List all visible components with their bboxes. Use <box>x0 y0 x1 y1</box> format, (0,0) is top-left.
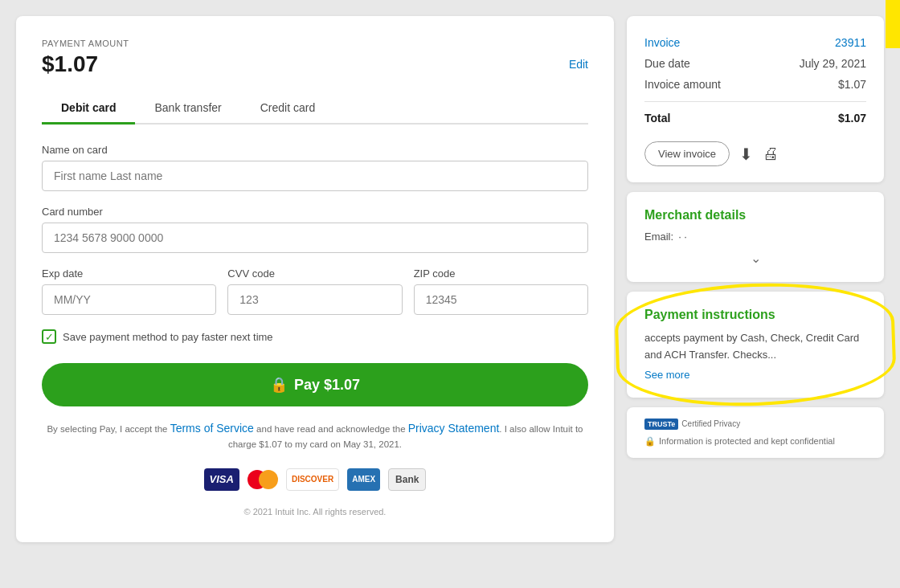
total-value: $1.07 <box>838 112 866 125</box>
invoice-number: 23911 <box>835 36 866 49</box>
checkmark-icon: ✓ <box>45 332 54 342</box>
payment-amount-value: $1.07 <box>42 51 98 77</box>
card-number-label: Card number <box>42 206 588 218</box>
truste-badge: TRUSTe Certified Privacy <box>644 419 740 430</box>
amex-icon: AMEX <box>347 468 380 491</box>
merchant-details-title: Merchant details <box>644 208 866 223</box>
chevron-down-icon[interactable]: ⌄ <box>644 251 866 266</box>
right-panel: Invoice 23911 Due date July 29, 2021 Inv… <box>627 16 884 542</box>
due-date-label: Due date <box>644 57 690 70</box>
invoice-amount-label: Invoice amount <box>644 78 721 91</box>
left-panel: PAYMENT AMOUNT $1.07 Edit Debit card Ban… <box>16 16 614 542</box>
yellow-accent <box>886 0 900 48</box>
invoice-row-amount: Invoice amount $1.07 <box>644 74 866 95</box>
invoice-label: Invoice <box>644 36 680 49</box>
payment-instructions-title: Payment instructions <box>644 308 866 322</box>
exp-cvv-zip-row: Exp date CVV code ZIP code <box>42 267 588 329</box>
tos-link[interactable]: Terms of Service <box>170 422 254 435</box>
exp-date-label: Exp date <box>42 267 216 280</box>
zip-input[interactable] <box>414 284 588 315</box>
payment-icons: VISA DISCOVER AMEX Bank <box>42 468 588 491</box>
discover-icon: DISCOVER <box>286 468 339 491</box>
name-on-card-input[interactable] <box>42 161 588 191</box>
card-number-group: Card number <box>42 206 588 253</box>
truste-card: TRUSTe Certified Privacy 🔒 Information i… <box>627 407 884 458</box>
pay-button-label: Pay $1.07 <box>294 377 360 394</box>
tab-debit-card[interactable]: Debit card <box>42 93 135 125</box>
merchant-email-row: Email: · · <box>644 231 866 243</box>
invoice-row-number: Invoice 23911 <box>644 32 866 53</box>
save-payment-label: Save payment method to pay faster next t… <box>63 331 273 343</box>
edit-link[interactable]: Edit <box>569 58 588 71</box>
print-icon[interactable]: 🖨 <box>763 145 779 163</box>
exp-date-input[interactable] <box>42 284 216 315</box>
payment-instructions-card: Payment instructions accepts payment by … <box>627 292 884 398</box>
view-invoice-button[interactable]: View invoice <box>644 141 730 166</box>
exp-date-group: Exp date <box>42 267 216 315</box>
invoice-actions: View invoice ⬇ 🖨 <box>644 141 866 166</box>
bank-icon: Bank <box>388 468 426 491</box>
invoice-card: Invoice 23911 Due date July 29, 2021 Inv… <box>627 16 884 182</box>
name-on-card-label: Name on card <box>42 144 588 156</box>
zip-label: ZIP code <box>414 267 588 280</box>
payment-amount-row: $1.07 Edit <box>42 51 588 77</box>
legal-line1: By selecting Pay, I accept the <box>47 424 170 434</box>
mastercard-icon <box>248 470 278 489</box>
payment-amount-label: PAYMENT AMOUNT <box>42 39 588 48</box>
page-wrapper: PAYMENT AMOUNT $1.07 Edit Debit card Ban… <box>16 16 884 542</box>
save-payment-checkbox[interactable]: ✓ <box>42 329 56 344</box>
invoice-row-total: Total $1.07 <box>644 101 866 129</box>
tab-credit-card[interactable]: Credit card <box>241 93 334 125</box>
lock-small-icon: 🔒 <box>644 436 656 447</box>
cvv-label: CVV code <box>227 267 402 280</box>
lock-icon: 🔒 <box>270 376 288 394</box>
confidential-text: 🔒 Information is protected and kept conf… <box>644 436 866 447</box>
due-date-value: July 29, 2021 <box>800 57 866 70</box>
pay-button[interactable]: 🔒 Pay $1.07 <box>42 363 588 406</box>
zip-group: ZIP code <box>414 267 588 315</box>
name-on-card-group: Name on card <box>42 144 588 191</box>
copyright-text: © 2021 Intuit Inc. All rights reserved. <box>42 507 588 517</box>
email-label: Email: <box>644 231 673 243</box>
truste-logo: TRUSTe <box>644 419 678 430</box>
privacy-link[interactable]: Privacy Statement <box>408 422 500 435</box>
total-label: Total <box>644 112 670 125</box>
tab-bank-transfer[interactable]: Bank transfer <box>135 93 240 125</box>
visa-icon: VISA <box>204 468 239 491</box>
card-number-input[interactable] <box>42 223 588 253</box>
invoice-row-due-date: Due date July 29, 2021 <box>644 53 866 74</box>
legal-line2: and have read and acknowledge the <box>254 424 408 434</box>
see-more-link[interactable]: See more <box>644 369 689 381</box>
cvv-group: CVV code <box>227 267 402 315</box>
instructions-text: accepts payment by Cash, Check, Credit C… <box>644 330 866 364</box>
legal-text: By selecting Pay, I accept the Terms of … <box>42 419 588 452</box>
merchant-details-card: Merchant details Email: · · ⌄ <box>627 192 884 282</box>
truste-row: TRUSTe Certified Privacy <box>644 419 866 430</box>
save-payment-row: ✓ Save payment method to pay faster next… <box>42 329 588 344</box>
tabs: Debit card Bank transfer Credit card <box>42 93 588 125</box>
confidential-label: Information is protected and kept confid… <box>659 436 835 446</box>
email-value: · · <box>678 231 687 243</box>
cvv-input[interactable] <box>227 284 402 315</box>
invoice-amount-value: $1.07 <box>838 78 866 91</box>
download-icon[interactable]: ⬇ <box>739 145 753 164</box>
truste-certified-label: Certified Privacy <box>681 419 740 428</box>
